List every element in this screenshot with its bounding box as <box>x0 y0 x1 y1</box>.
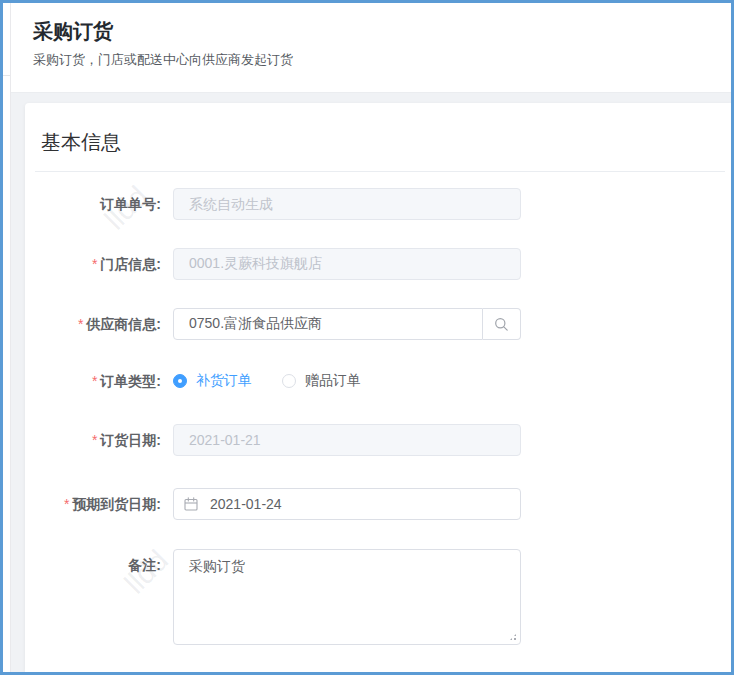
form-row-supplier: *供应商信息: <box>25 308 731 340</box>
required-star: * <box>92 373 97 389</box>
required-star: * <box>92 432 97 448</box>
section-title: 基本信息 <box>41 129 121 156</box>
page-title: 采购订货 <box>33 17 731 45</box>
form-row-expected-date: *预期到货日期: 2021-01-24 <box>25 488 731 520</box>
radio-replenish-order[interactable]: 补货订单 <box>173 372 252 390</box>
radio-label: 补货订单 <box>196 372 252 390</box>
expected-date-value: 2021-01-24 <box>210 496 282 512</box>
basic-info-card: lldd lldd 基本信息 订单单号: *门店信息: *供应商信息: <box>25 103 731 672</box>
collapsed-sidebar <box>3 3 11 672</box>
supplier-input[interactable] <box>173 308 483 340</box>
supplier-label: *供应商信息: <box>25 308 161 340</box>
required-star: * <box>78 316 83 332</box>
order-type-radio-group: 补货订单 赠品订单 <box>173 365 521 397</box>
form-row-order-type: *订单类型: 补货订单 赠品订单 <box>25 365 731 397</box>
order-no-input <box>173 188 521 220</box>
calendar-icon <box>184 497 198 511</box>
remark-label: 备注: <box>25 549 161 581</box>
form-row-order-no: 订单单号: <box>25 188 731 220</box>
required-star: * <box>64 496 69 512</box>
expected-date-input[interactable]: 2021-01-24 <box>173 488 521 520</box>
sidebar-divider <box>3 75 10 76</box>
section-divider <box>35 171 725 172</box>
supplier-search-button[interactable] <box>483 308 521 340</box>
order-no-label: 订单单号: <box>25 188 161 220</box>
radio-label: 赠品订单 <box>305 372 361 390</box>
page-header: 采购订货 采购订货，门店或配送中心向供应商发起订货 <box>11 3 731 93</box>
radio-gift-order[interactable]: 赠品订单 <box>282 372 361 390</box>
radio-selected-icon <box>173 374 187 388</box>
search-icon <box>494 317 509 332</box>
form-row-remark: 备注: 采购订货 <box>25 549 731 645</box>
store-input <box>173 248 521 280</box>
remark-textarea[interactable]: 采购订货 <box>173 549 521 645</box>
order-date-label: *订货日期: <box>25 424 161 456</box>
required-star: * <box>92 256 97 272</box>
form-row-order-date: *订货日期: <box>25 424 731 456</box>
store-label: *门店信息: <box>25 248 161 280</box>
form-row-store: *门店信息: <box>25 248 731 280</box>
expected-date-label: *预期到货日期: <box>25 488 161 520</box>
order-type-label: *订单类型: <box>25 365 161 397</box>
order-date-input <box>173 424 521 456</box>
radio-unselected-icon <box>282 374 296 388</box>
page-subtitle: 采购订货，门店或配送中心向供应商发起订货 <box>33 51 731 69</box>
